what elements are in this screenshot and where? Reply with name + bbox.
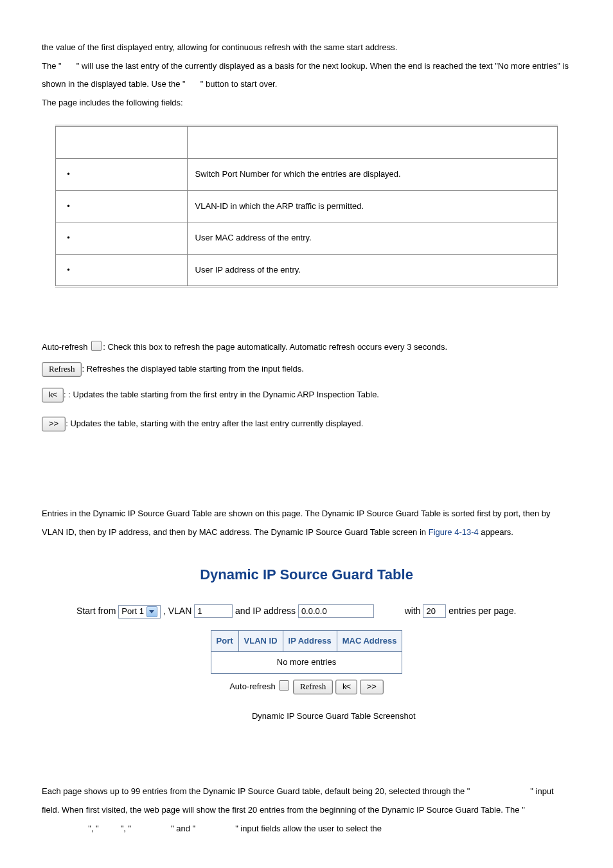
- auto-refresh-prefix: Auto-refresh: [42, 342, 90, 352]
- filter-sep1: , VLAN: [163, 606, 194, 616]
- empty-row: No more entries: [211, 652, 402, 674]
- first-text: : : Updates the table starting from the …: [64, 390, 379, 399]
- first-page-button-2[interactable]: k<: [335, 680, 357, 694]
- controls-row: Auto-refresh Refresh k< >>: [42, 678, 571, 696]
- first-page-button[interactable]: k<: [42, 388, 64, 402]
- intro-p3: The page includes the following fields:: [42, 94, 571, 113]
- th-description: Description: [187, 126, 558, 159]
- th-macaddr: MAC Address: [337, 630, 402, 652]
- intro-p2b: " will use the last entry of the current…: [42, 61, 569, 89]
- figure-link[interactable]: Figure 4-13-4: [429, 527, 479, 537]
- auto-refresh-label: Auto-refresh: [229, 682, 278, 691]
- figure-caption: Figure 4-13-4 Dynamic IP Source Guard Ta…: [42, 707, 571, 726]
- th-object: Object: [55, 126, 187, 159]
- intro-p1: the value of the first displayed entry, …: [42, 39, 571, 57]
- th-ipaddr: IP Address: [283, 630, 337, 652]
- refresh-text: : Refreshes the displayed table starting…: [82, 364, 303, 374]
- table-row: • MAC Address User MAC address of the en…: [55, 222, 558, 255]
- next-desc: >>: Updates the table, starting with the…: [42, 413, 571, 435]
- intro-p2c: " button to start over.: [198, 79, 277, 89]
- filter-sep3: with: [405, 606, 423, 616]
- filter-row: Start from Port 1 , VLAN and IP address …: [42, 601, 571, 621]
- desc-ip: User IP address of the entry.: [187, 254, 558, 287]
- buttons-heading: Buttons: [42, 310, 571, 329]
- refresh-button-2[interactable]: Refresh: [293, 680, 333, 694]
- auto-refresh-desc: Auto-refresh : Check this box to refresh…: [42, 336, 571, 358]
- fields-table: Object Description • Port Switch Port Nu…: [55, 125, 558, 287]
- desc-port: Switch Port Number for which the entries…: [187, 158, 558, 190]
- auto-refresh-checkbox[interactable]: [279, 680, 289, 691]
- table-row: • IP Address User IP address of the entr…: [55, 254, 558, 287]
- obj-mac: MAC Address: [76, 233, 130, 242]
- obj-vlan: VLAN ID: [76, 201, 109, 211]
- port-value: Port 1: [121, 602, 144, 621]
- section-body: Entries in the Dynamic IP Source Guard T…: [42, 505, 571, 541]
- source-guard-table: Port VLAN ID IP Address MAC Address No m…: [211, 630, 403, 674]
- filter-start: Start from: [76, 606, 118, 616]
- table-row: • VLAN ID VLAN-ID in which the ARP traff…: [55, 190, 558, 222]
- obj-ip: IP Address: [76, 265, 119, 275]
- caption-prefix: Figure 4-13-4: [197, 711, 252, 721]
- port-select[interactable]: Port 1: [118, 605, 161, 619]
- desc-vlan: VLAN-ID in which the ARP traffic is perm…: [187, 190, 558, 222]
- vlan-input[interactable]: [194, 604, 233, 618]
- table-row: • Port Switch Port Number for which the …: [55, 158, 558, 190]
- checkbox-icon[interactable]: [91, 341, 102, 351]
- filter-sep4: entries per page.: [449, 606, 516, 616]
- obj-port: Port: [76, 169, 93, 179]
- section-num: 4.13.4: [42, 478, 69, 489]
- figure-title: Dynamic IP Source Guard Table: [42, 559, 571, 590]
- refresh-button[interactable]: Refresh: [42, 362, 82, 377]
- section-heading: 4.13.4 Dynamic IP Source Guard Table: [42, 473, 571, 494]
- entries-per-page-input[interactable]: [423, 604, 446, 618]
- next-page-button[interactable]: >>: [42, 417, 66, 431]
- next-text: : Updates the table, starting with the e…: [66, 419, 363, 428]
- nav-heading: Navigating the ARP Inspection Table: [42, 755, 571, 774]
- section-body-b: appears.: [479, 527, 513, 537]
- th-port: Port: [211, 630, 238, 652]
- chevron-down-icon: [147, 606, 157, 617]
- intro-p2a: The ": [42, 61, 64, 71]
- no-entries: No more entries: [211, 652, 402, 674]
- caption-rest: Dynamic IP Source Guard Table Screenshot: [252, 711, 416, 721]
- ip-input[interactable]: [298, 604, 374, 618]
- desc-mac: User MAC address of the entry.: [187, 222, 558, 255]
- next-page-button-2[interactable]: >>: [360, 680, 384, 694]
- first-desc: k<: : Updates the table starting from th…: [42, 384, 571, 406]
- filter-sep2: and IP address: [235, 606, 298, 616]
- nav-body: Each page shows up to 99 entries from th…: [42, 782, 571, 838]
- intro-p2: The " " will use the last entry of the c…: [42, 57, 571, 94]
- section-title: Dynamic IP Source Guard Table: [69, 478, 217, 489]
- refresh-desc: Refresh: Refreshes the displayed table s…: [42, 358, 571, 380]
- auto-refresh-text: : Check this box to refresh the page aut…: [103, 342, 447, 352]
- th-vlanid: VLAN ID: [238, 630, 283, 652]
- figure: Dynamic IP Source Guard Table Start from…: [42, 559, 571, 696]
